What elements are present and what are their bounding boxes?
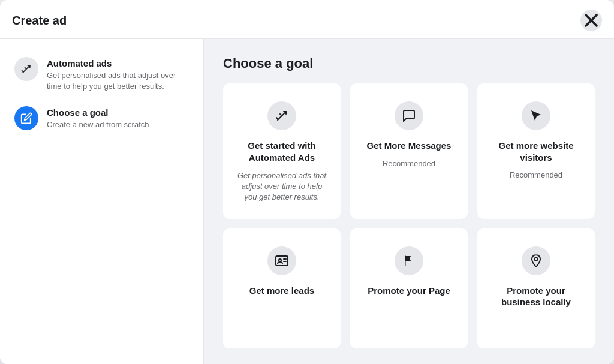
sidebar-item-choose-goal-desc: Create a new ad from scratch xyxy=(47,119,149,130)
svg-line-4 xyxy=(25,68,26,69)
goal-card-more-messages-title: Get More Messages xyxy=(367,140,452,152)
goal-card-promote-local-icon xyxy=(522,246,550,275)
svg-line-3 xyxy=(22,71,23,72)
create-ad-modal: Create ad A xyxy=(0,0,614,364)
goal-card-website-visitors-icon xyxy=(522,101,550,130)
modal-body: Automated ads Get personalised ads that … xyxy=(0,39,614,364)
svg-line-2 xyxy=(23,65,30,73)
sidebar-item-automated-ads[interactable]: Automated ads Get personalised ads that … xyxy=(10,51,194,98)
goals-grid: Get started with Automated Ads Get perso… xyxy=(223,83,595,348)
cursor-icon xyxy=(529,109,543,123)
goal-card-automated-ads[interactable]: Get started with Automated Ads Get perso… xyxy=(223,83,341,219)
goal-card-automated-ads-title: Get started with Automated Ads xyxy=(236,140,327,163)
wand-icon xyxy=(20,63,32,75)
goal-card-promote-local-title: Promote your business locally xyxy=(490,285,582,308)
chat-icon xyxy=(402,109,416,123)
modal-title: Create ad xyxy=(12,14,67,28)
main-content: Choose a goal Get started with Automated… xyxy=(204,39,614,364)
sidebar: Automated ads Get personalised ads that … xyxy=(0,39,204,364)
svg-rect-10 xyxy=(405,255,406,266)
goal-card-website-visitors-recommended: Recommended xyxy=(510,170,562,179)
goal-card-more-leads-icon xyxy=(267,246,296,275)
section-title: Choose a goal xyxy=(223,56,595,71)
automated-ads-icon-wrap xyxy=(14,57,38,81)
wand-card-icon xyxy=(275,109,289,123)
close-icon xyxy=(580,10,602,31)
goal-card-more-leads[interactable]: Get more leads xyxy=(223,228,341,348)
goal-card-automated-ads-icon xyxy=(267,101,296,130)
contact-icon xyxy=(275,254,289,268)
sidebar-item-choose-goal-text: Choose a goal Create a new ad from scrat… xyxy=(47,106,149,130)
goal-card-more-messages[interactable]: Get More Messages Recommended xyxy=(350,83,468,219)
goal-card-promote-local[interactable]: Promote your business locally xyxy=(477,228,595,348)
flag-icon xyxy=(402,254,416,268)
sidebar-item-choose-goal[interactable]: Choose a goal Create a new ad from scrat… xyxy=(10,100,194,136)
svg-point-9 xyxy=(279,259,281,261)
goal-card-promote-page[interactable]: Promote your Page xyxy=(350,228,468,348)
close-button[interactable] xyxy=(580,10,602,31)
goal-card-website-visitors[interactable]: Get more website visitors Recommended xyxy=(477,83,595,219)
goal-card-website-visitors-title: Get more website visitors xyxy=(490,140,582,163)
sidebar-item-choose-goal-title: Choose a goal xyxy=(47,107,149,118)
svg-line-6 xyxy=(276,118,278,119)
sidebar-item-automated-ads-desc: Get personalised ads that adjust over ti… xyxy=(47,70,189,92)
sidebar-item-automated-ads-text: Automated ads Get personalised ads that … xyxy=(47,57,189,92)
goal-card-more-messages-icon xyxy=(395,101,423,130)
goal-card-promote-page-icon xyxy=(395,246,423,275)
svg-line-5 xyxy=(278,112,286,120)
goal-card-more-messages-recommended: Recommended xyxy=(383,159,435,168)
goal-card-more-leads-title: Get more leads xyxy=(249,285,314,297)
goal-card-automated-ads-desc: Get personalised ads that adjust over ti… xyxy=(236,170,327,203)
goal-card-promote-page-title: Promote your Page xyxy=(368,285,450,297)
svg-line-7 xyxy=(280,114,281,115)
modal-header: Create ad xyxy=(0,0,614,39)
edit-icon xyxy=(20,112,32,124)
sidebar-item-automated-ads-title: Automated ads xyxy=(47,58,189,68)
location-icon xyxy=(529,254,543,268)
choose-goal-icon-wrap xyxy=(14,106,38,130)
svg-point-11 xyxy=(535,257,538,260)
